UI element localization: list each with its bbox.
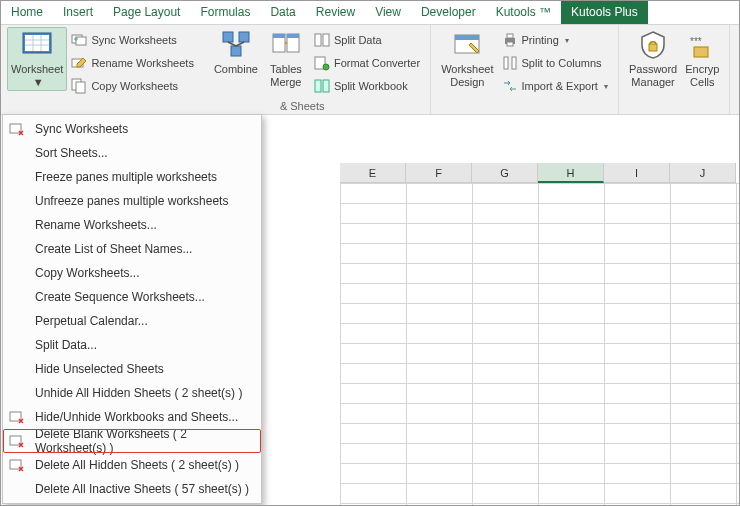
format-converter-button[interactable]: Format Converter xyxy=(310,53,424,73)
spreadsheet-grid[interactable]: EFGHIJ xyxy=(340,163,739,505)
svg-rect-18 xyxy=(315,34,321,46)
menu-icon xyxy=(9,481,27,497)
tab-kutools-plus[interactable]: Kutools Plus xyxy=(561,1,648,24)
menu-item-label: Delete Blank Worksheets ( 2 Worksheet(s)… xyxy=(35,427,251,455)
menu-item-label: Copy Worksheets... xyxy=(35,266,139,280)
svg-rect-27 xyxy=(507,34,513,38)
column-header-J[interactable]: J xyxy=(670,163,736,183)
tables-merge-label: Tables Merge xyxy=(270,63,302,89)
lock-icon xyxy=(637,29,669,61)
svg-rect-1 xyxy=(25,35,49,51)
rename-worksheets-button[interactable]: Rename Worksheets xyxy=(67,53,198,73)
chevron-down-icon: ▾ xyxy=(565,36,569,45)
tab-review[interactable]: Review xyxy=(306,1,365,24)
encrypt-label: Encryp Cells xyxy=(685,63,719,89)
menu-item-sync-worksheets[interactable]: Sync Worksheets xyxy=(3,117,261,141)
menu-item-label: Unhide All Hidden Sheets ( 2 sheet(s) ) xyxy=(35,386,242,400)
encrypt-cells-button[interactable]: *** Encryp Cells xyxy=(681,27,723,91)
menu-item-split-data[interactable]: Split Data... xyxy=(3,333,261,357)
menu-item-hide-unhide-workbooks-and-sheets[interactable]: Hide/Unhide Workbooks and Sheets... xyxy=(3,405,261,429)
split-data-button[interactable]: Split Data xyxy=(310,30,424,50)
group-label-sheets: & Sheets xyxy=(210,98,424,114)
design-icon xyxy=(451,29,483,61)
menu-item-label: Create List of Sheet Names... xyxy=(35,242,192,256)
menu-item-sort-sheets[interactable]: Sort Sheets... xyxy=(3,141,261,165)
menu-item-hide-unselected-sheets[interactable]: Hide Unselected Sheets xyxy=(3,357,261,381)
column-header-E[interactable]: E xyxy=(340,163,406,183)
chevron-down-icon: ▾ xyxy=(604,82,608,91)
menu-item-label: Freeze panes multiple worksheets xyxy=(35,170,217,184)
svg-rect-23 xyxy=(323,80,329,92)
format-converter-icon xyxy=(314,55,330,71)
menu-item-label: Hide Unselected Sheets xyxy=(35,362,164,376)
split-workbook-button[interactable]: Split Workbook xyxy=(310,76,424,96)
svg-rect-28 xyxy=(507,42,513,46)
password-manager-label: Password Manager xyxy=(629,63,677,89)
tab-data[interactable]: Data xyxy=(260,1,305,24)
split-data-icon xyxy=(314,32,330,48)
column-header-G[interactable]: G xyxy=(472,163,538,183)
svg-rect-16 xyxy=(273,34,285,38)
svg-rect-31 xyxy=(649,44,657,51)
menu-item-delete-all-inactive-sheets-sheet-s[interactable]: Delete All Inactive Sheets ( 57 sheet(s)… xyxy=(3,477,261,501)
printing-button[interactable]: Printing▾ xyxy=(498,30,612,50)
rename-icon xyxy=(71,55,87,71)
tables-merge-icon xyxy=(270,29,302,61)
sync-worksheets-button[interactable]: Sync Worksheets xyxy=(67,30,198,50)
menu-icon xyxy=(9,265,27,281)
svg-rect-33 xyxy=(694,47,708,57)
ribbon: Worksheet ▼ Sync Worksheets Rename Works… xyxy=(1,25,739,115)
column-header-F[interactable]: F xyxy=(406,163,472,183)
svg-rect-12 xyxy=(239,32,249,42)
menu-icon xyxy=(9,361,27,377)
copy-worksheets-button[interactable]: Copy Worksheets xyxy=(67,76,198,96)
split-columns-button[interactable]: Split to Columns xyxy=(498,53,612,73)
tab-page-layout[interactable]: Page Layout xyxy=(103,1,190,24)
menu-item-label: Sync Worksheets xyxy=(35,122,128,136)
menu-item-delete-all-hidden-sheets-sheet-s[interactable]: Delete All Hidden Sheets ( 2 sheet(s) ) xyxy=(3,453,261,477)
menu-icon xyxy=(9,409,27,425)
tab-kutools-[interactable]: Kutools ™ xyxy=(486,1,561,24)
menu-item-create-sequence-worksheets[interactable]: Create Sequence Worksheets... xyxy=(3,285,261,309)
encrypt-icon: *** xyxy=(686,29,718,61)
menu-item-unfreeze-panes-multiple-worksheets[interactable]: Unfreeze panes multiple worksheets xyxy=(3,189,261,213)
menu-item-label: Hide/Unhide Workbooks and Sheets... xyxy=(35,410,238,424)
menu-icon xyxy=(9,457,27,473)
menu-item-label: Delete All Inactive Sheets ( 57 sheet(s)… xyxy=(35,482,249,496)
menu-item-label: Perpetual Calendar... xyxy=(35,314,148,328)
menu-item-label: Delete All Hidden Sheets ( 2 sheet(s) ) xyxy=(35,458,239,472)
menu-item-label: Rename Worksheets... xyxy=(35,218,157,232)
menu-item-unhide-all-hidden-sheets-sheet-s[interactable]: Unhide All Hidden Sheets ( 2 sheet(s) ) xyxy=(3,381,261,405)
worksheet-design-button[interactable]: Worksheet Design xyxy=(437,27,497,91)
menu-item-perpetual-calendar[interactable]: Perpetual Calendar... xyxy=(3,309,261,333)
menu-icon xyxy=(9,217,27,233)
tab-developer[interactable]: Developer xyxy=(411,1,486,24)
tables-merge-button[interactable]: Tables Merge xyxy=(262,27,310,91)
svg-rect-19 xyxy=(323,34,329,46)
menu-icon xyxy=(9,433,27,449)
menu-icon xyxy=(9,313,27,329)
svg-point-21 xyxy=(323,64,329,70)
worksheet-button[interactable]: Worksheet ▼ xyxy=(7,27,67,91)
menu-item-rename-worksheets[interactable]: Rename Worksheets... xyxy=(3,213,261,237)
menu-item-freeze-panes-multiple-worksheets[interactable]: Freeze panes multiple worksheets xyxy=(3,165,261,189)
menu-icon xyxy=(9,121,27,137)
menu-icon xyxy=(9,145,27,161)
split-columns-icon xyxy=(502,55,518,71)
menu-item-label: Create Sequence Worksheets... xyxy=(35,290,205,304)
svg-rect-17 xyxy=(287,34,299,38)
tab-home[interactable]: Home xyxy=(1,1,53,24)
tab-formulas[interactable]: Formulas xyxy=(190,1,260,24)
password-manager-button[interactable]: Password Manager xyxy=(625,27,681,91)
combine-button[interactable]: Combine xyxy=(210,27,262,78)
worksheet-icon xyxy=(21,29,53,61)
printer-icon xyxy=(502,32,518,48)
menu-item-copy-worksheets[interactable]: Copy Worksheets... xyxy=(3,261,261,285)
tab-insert[interactable]: Insert xyxy=(53,1,103,24)
menu-item-create-list-of-sheet-names[interactable]: Create List of Sheet Names... xyxy=(3,237,261,261)
tab-view[interactable]: View xyxy=(365,1,411,24)
column-header-I[interactable]: I xyxy=(604,163,670,183)
import-export-button[interactable]: Import & Export▾ xyxy=(498,76,612,96)
menu-item-delete-blank-worksheets-worksheet-s[interactable]: Delete Blank Worksheets ( 2 Worksheet(s)… xyxy=(3,429,261,453)
column-header-H[interactable]: H xyxy=(538,163,604,183)
